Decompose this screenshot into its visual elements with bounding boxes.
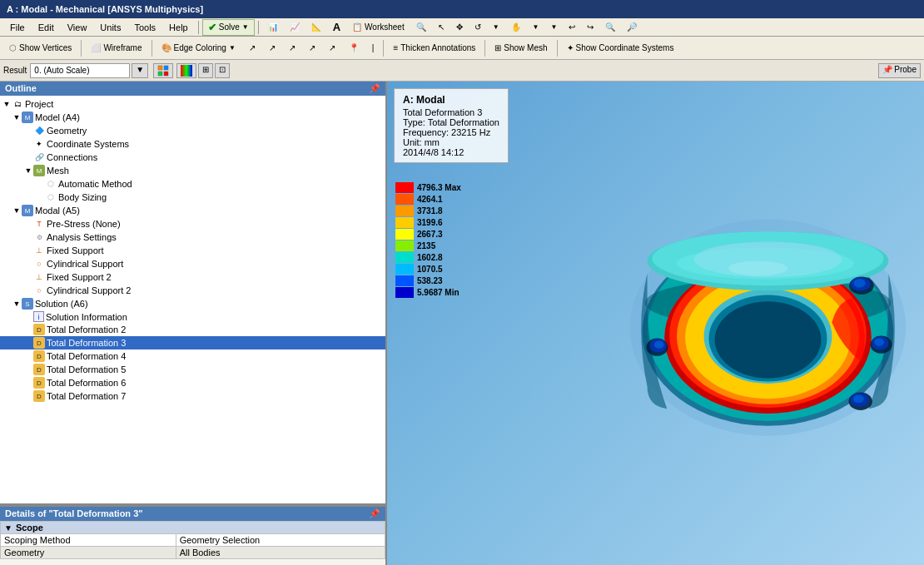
tree-item-solution[interactable]: ▼ S Solution (A6)	[0, 297, 385, 310]
arrow-tool-4[interactable]: ↗	[303, 41, 321, 55]
tree-item-total-def4[interactable]: D Total Deformation 4	[0, 349, 385, 363]
tree-item-fixed-support[interactable]: ⊥ Fixed Support	[0, 244, 385, 257]
toolbar-icon-1[interactable]: 📊	[262, 20, 284, 34]
worksheet-button[interactable]: 📋 Worksheet	[346, 20, 410, 34]
details-row-geometry: Geometry All Bodies	[1, 547, 385, 559]
tree-item-total-def3[interactable]: D Total Deformation 3	[0, 336, 385, 349]
edge-coloring-button[interactable]: 🎨 Edge Coloring ▼	[156, 41, 241, 55]
tree-item-cyl-support2[interactable]: ○ Cylindrical Support 2	[0, 284, 385, 297]
legend-color-5	[395, 240, 414, 251]
menu-help[interactable]: Help	[162, 21, 195, 34]
line-tool[interactable]: |	[366, 41, 380, 55]
tree-item-total-def5[interactable]: D Total Deformation 5	[0, 363, 385, 376]
toolbar-select-icon[interactable]: ↖	[432, 20, 450, 34]
toolbar-rotate-icon[interactable]: ↺	[469, 20, 487, 34]
result-color-btn[interactable]	[176, 63, 196, 78]
toolbar-pan-icon[interactable]: ✋	[505, 20, 527, 34]
toolbar-icon-3[interactable]: 📐	[306, 20, 327, 34]
toolbar-probe-icon[interactable]: 🔍	[410, 20, 432, 34]
tree-label-cyl2: Cylindrical Support 2	[47, 285, 132, 295]
legend-row-8: 538.23	[395, 275, 461, 286]
prestress-icon: T	[33, 218, 45, 230]
sep1	[81, 40, 82, 57]
tree-toggle-modal[interactable]: ▼	[12, 206, 22, 215]
probe-button[interactable]: 📌 Probe	[878, 63, 921, 78]
pin-tool[interactable]: 📍	[343, 41, 365, 55]
tree-item-auto-method[interactable]: ⬡ Automatic Method	[0, 177, 385, 191]
tree-item-geometry[interactable]: 🔷 Geometry	[0, 124, 385, 137]
result-btn3[interactable]: ⊞	[198, 63, 213, 78]
tree-item-analysis-settings[interactable]: ⚙ Analysis Settings	[0, 230, 385, 244]
toolbar-icon-2[interactable]: 📈	[284, 20, 306, 34]
legend-val-1: 4264.1	[417, 195, 443, 204]
menu-edit[interactable]: Edit	[32, 21, 61, 34]
scoping-method-value[interactable]: Geometry Selection	[176, 534, 385, 547]
tree-label-def2: Total Deformation 2	[47, 325, 126, 335]
tree-item-solution-info[interactable]: i Solution Information	[0, 310, 385, 323]
tree-item-mesh[interactable]: ▼ M Mesh	[0, 164, 385, 177]
show-vertices-button[interactable]: ⬡ Show Vertices	[3, 41, 77, 55]
cyl-support-icon: ○	[33, 258, 45, 270]
tree-toggle-solution[interactable]: ▼	[12, 300, 22, 308]
menu-tools[interactable]: Tools	[127, 21, 162, 34]
tree-item-total-def6[interactable]: D Total Deformation 6	[0, 376, 385, 389]
project-icon: 🗂	[12, 98, 23, 110]
analysis-icon: ⚙	[33, 231, 45, 243]
geometry-value[interactable]: All Bodies	[176, 547, 385, 559]
tree-item-project[interactable]: ▼ 🗂 Project	[0, 97, 385, 111]
tree-toggle-model[interactable]: ▼	[12, 113, 22, 121]
menu-view[interactable]: View	[61, 21, 94, 34]
cyl-support2-icon: ○	[33, 285, 45, 296]
toolbar-move-icon[interactable]: ✥	[450, 20, 469, 34]
details-table: ▼Scope Scoping Method Geometry Selection…	[0, 521, 385, 559]
tree-item-total-def2[interactable]: D Total Deformation 2	[0, 323, 385, 336]
tree-item-prestress[interactable]: T Pre-Stress (None)	[0, 217, 385, 230]
arrow-tool-1[interactable]: ↗	[243, 41, 261, 55]
result-type-btn[interactable]	[153, 63, 173, 78]
tree-item-connections[interactable]: 🔗 Connections	[0, 151, 385, 164]
outline-pin-icon[interactable]: 📌	[369, 83, 380, 94]
tree-item-fixed-support2[interactable]: ⊥ Fixed Support 2	[0, 270, 385, 284]
menu-file[interactable]: File	[3, 21, 32, 34]
result-dropdown[interactable]: ▼	[132, 63, 148, 78]
arrow-tool-5[interactable]: ↗	[323, 41, 341, 55]
details-title: Details of "Total Deformation 3"	[5, 508, 142, 519]
toolbar-redo-icon[interactable]: ↪	[581, 20, 599, 34]
show-coord-button[interactable]: ✦ Show Coordinate Systems	[561, 41, 680, 55]
result-btn4[interactable]: ⊡	[215, 63, 230, 78]
sol-info-icon: i	[33, 311, 44, 322]
tree-item-model[interactable]: ▼ M Model (A4)	[0, 111, 385, 124]
toolbar-fit-icon[interactable]: ▼	[527, 21, 545, 33]
thicken-button[interactable]: ≡ Thicken Annotations	[387, 41, 481, 55]
left-panel: Outline 📌 ▼ 🗂 Project ▼ M Model (A4)	[0, 82, 387, 565]
arrow-tool-2[interactable]: ↗	[263, 41, 281, 55]
tree-item-total-def7[interactable]: D Total Deformation 7	[0, 389, 385, 403]
tree-item-coord[interactable]: ✦ Coordinate Systems	[0, 137, 385, 151]
show-mesh-button[interactable]: ⊞ Show Mesh	[489, 41, 553, 55]
viewport[interactable]: A: Modal Total Deformation 3 Type: Total…	[387, 82, 924, 565]
result-value-input[interactable]	[30, 63, 130, 78]
toolbar-zoom-icon[interactable]: ▼	[487, 21, 505, 33]
tree-item-cyl-support[interactable]: ○ Cylindrical Support	[0, 257, 385, 270]
menu-units[interactable]: Units	[93, 21, 127, 34]
vertices-icon: ⬡	[9, 43, 17, 52]
tree-toggle-project[interactable]: ▼	[2, 100, 12, 108]
legend-row-3: 3199.6	[395, 216, 461, 228]
toolbar-zoomin-icon[interactable]: 🔍	[599, 20, 621, 34]
toolbar-box-icon[interactable]: ▼	[545, 21, 564, 33]
tree-label-fixed2: Fixed Support 2	[47, 272, 112, 282]
svg-rect-3	[164, 72, 168, 76]
wireframe-button[interactable]: ⬜ Wireframe	[85, 41, 147, 55]
solve-button[interactable]: ✔ Solve ▼	[202, 19, 255, 36]
tree-item-modal[interactable]: ▼ M Modal (A5)	[0, 204, 385, 217]
details-pin-icon[interactable]: 📌	[369, 508, 380, 519]
toolbar-zoomout-icon[interactable]: 🔎	[621, 20, 643, 34]
tree-item-body-sizing[interactable]: ⬡ Body Sizing	[0, 191, 385, 204]
toolbar-icon-a[interactable]: A	[327, 18, 346, 36]
body-sizing-icon: ⬡	[45, 191, 57, 203]
tree-label-def3: Total Deformation 3	[47, 338, 126, 348]
toolbar-undo-icon[interactable]: ↩	[563, 20, 581, 34]
tree-toggle-mesh[interactable]: ▼	[23, 166, 33, 175]
arrow-tool-3[interactable]: ↗	[283, 41, 301, 55]
legend-row-9: 5.9687 Min	[395, 286, 461, 298]
